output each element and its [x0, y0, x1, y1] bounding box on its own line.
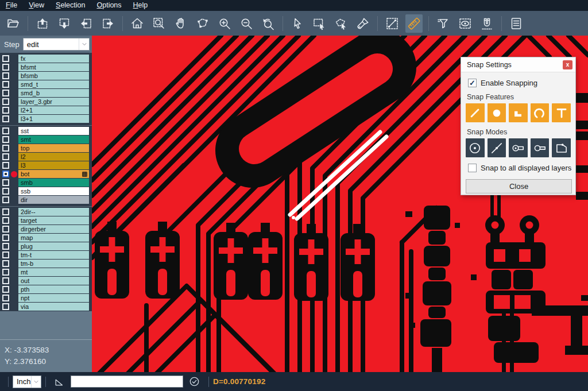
rect-select-button[interactable] — [311, 14, 328, 33]
home-button[interactable] — [129, 14, 146, 33]
layer-checkbox[interactable] — [2, 188, 9, 195]
snap-mode-key-edge-button[interactable] — [531, 138, 550, 157]
layer-row-l3+1[interactable]: l3+1 — [0, 115, 92, 123]
highlight-view-button[interactable] — [457, 14, 474, 33]
chevron-down-icon[interactable] — [31, 376, 41, 388]
menu-item-options[interactable]: Options — [91, 0, 127, 11]
zoom-previous-button[interactable] — [260, 14, 277, 33]
snap-mode-vertex-button[interactable] — [552, 138, 571, 157]
snap-mode-closest-point-button[interactable] — [488, 138, 506, 157]
apply-check-icon[interactable] — [188, 375, 200, 388]
layer-row-tm-t[interactable]: tm-t — [0, 251, 92, 259]
layer-row-bfsmb[interactable]: bfsmb — [0, 72, 92, 80]
layer-checkbox[interactable] — [2, 286, 9, 293]
layer-checkbox[interactable] — [2, 295, 9, 301]
layer-checkbox[interactable] — [2, 171, 9, 177]
layer-checkbox[interactable] — [2, 127, 9, 134]
layer-checkbox[interactable] — [2, 162, 9, 169]
layer-checkbox[interactable] — [2, 208, 9, 215]
zoom-in-button[interactable] — [216, 14, 233, 33]
layer-row-dirgerber[interactable]: dirgerber — [0, 225, 92, 233]
layer-row-l2[interactable]: l2 — [0, 153, 92, 161]
layer-checkbox[interactable] — [2, 98, 9, 105]
layer-row-smd_b[interactable]: smd_b — [0, 89, 92, 97]
layer-row-top[interactable]: top — [0, 144, 92, 152]
menu-item-view[interactable]: View — [23, 0, 50, 11]
layer-row-via[interactable]: via — [0, 303, 92, 311]
layer-checkbox[interactable] — [2, 81, 9, 88]
layer-row-bfsmt[interactable]: bfsmt — [0, 63, 92, 71]
layer-row-fx[interactable]: fx — [0, 55, 92, 63]
import-down-button[interactable] — [56, 14, 73, 33]
open-folder-button[interactable] — [5, 14, 22, 33]
layer-checkbox[interactable] — [2, 234, 9, 241]
close-icon[interactable]: x — [563, 60, 572, 69]
layer-row-pth[interactable]: pth — [0, 285, 92, 293]
snap-feature-line-button[interactable] — [466, 103, 485, 122]
zoom-out-button[interactable] — [238, 14, 255, 33]
layer-checkbox[interactable] — [2, 251, 9, 258]
import-left-button[interactable] — [78, 14, 95, 33]
import-up-button[interactable] — [34, 14, 51, 33]
ruler-button[interactable] — [405, 14, 423, 33]
layer-row-npt[interactable]: npt — [0, 294, 92, 302]
snap-mode-key-center-button[interactable] — [509, 138, 528, 157]
layer-row-bot[interactable]: bot — [0, 170, 92, 178]
layer-checkbox[interactable] — [2, 72, 9, 79]
import-right-button[interactable] — [99, 14, 117, 33]
menu-item-help[interactable]: Help — [127, 0, 154, 11]
polygon-edit-button[interactable] — [194, 14, 211, 33]
layer-checkbox[interactable] — [2, 55, 9, 62]
snap-mode-center-button[interactable] — [466, 138, 485, 157]
layer-row-map[interactable]: map — [0, 234, 92, 242]
snap-all-layers-checkbox[interactable] — [468, 164, 477, 172]
layer-checkbox[interactable] — [2, 260, 9, 267]
polygon-select-button[interactable] — [332, 14, 350, 33]
layer-row-l2+1[interactable]: l2+1 — [0, 106, 92, 114]
layer-row-l3[interactable]: l3 — [0, 161, 92, 169]
angle-corner-icon[interactable] — [53, 376, 65, 388]
snap-magnet-button[interactable] — [478, 14, 496, 33]
select-cursor-button[interactable] — [289, 14, 306, 33]
snap-feature-surface-button[interactable] — [509, 103, 528, 122]
layer-checkbox[interactable] — [2, 217, 9, 224]
layer-checkbox[interactable] — [2, 136, 9, 143]
pan-button[interactable] — [172, 14, 189, 33]
layer-checkbox[interactable] — [2, 303, 9, 310]
command-input[interactable] — [71, 375, 183, 388]
close-button[interactable]: Close — [466, 179, 572, 193]
layer-row-layer_3.gbr[interactable]: layer_3.gbr — [0, 98, 92, 106]
layer-row-tm-b[interactable]: tm-b — [0, 260, 92, 268]
snap-feature-pad-button[interactable] — [488, 103, 506, 122]
layer-row-out[interactable]: out — [0, 277, 92, 285]
layer-checkbox[interactable] — [2, 145, 9, 152]
filter-button[interactable] — [435, 14, 452, 33]
snap-dialog-titlebar[interactable]: Snap Settings x — [461, 57, 575, 72]
layer-checkbox[interactable] — [2, 107, 9, 114]
enable-snapping-checkbox[interactable]: ✓ — [468, 79, 477, 87]
layer-checkbox[interactable] — [2, 226, 9, 233]
snap-feature-text-button[interactable] — [552, 103, 571, 122]
step-select[interactable]: edit — [23, 38, 90, 51]
layer-row-smt[interactable]: smt — [0, 136, 92, 144]
layer-checkbox[interactable] — [2, 243, 9, 250]
layer-checkbox[interactable] — [2, 115, 9, 122]
menu-item-selection[interactable]: Selection — [50, 0, 91, 11]
layer-checkbox[interactable] — [2, 179, 9, 186]
layer-checkbox[interactable] — [2, 269, 9, 276]
report-button[interactable] — [508, 14, 525, 33]
layer-row-mt[interactable]: mt — [0, 268, 92, 276]
layer-row-sst[interactable]: sst — [0, 127, 92, 135]
layer-checkbox[interactable] — [2, 64, 9, 71]
layer-row-ssb[interactable]: ssb — [0, 187, 92, 195]
measure-button[interactable] — [384, 14, 401, 33]
layer-checkbox[interactable] — [2, 90, 9, 96]
layer-checkbox[interactable] — [2, 196, 9, 203]
layer-checkbox[interactable] — [2, 153, 9, 160]
clean-button[interactable] — [354, 14, 372, 33]
layer-row-target[interactable]: target — [0, 216, 92, 224]
menu-item-file[interactable]: File — [0, 0, 23, 11]
chevron-down-icon[interactable] — [79, 38, 89, 50]
unit-select[interactable]: Inch — [13, 375, 41, 388]
layer-checkbox[interactable] — [2, 277, 9, 284]
